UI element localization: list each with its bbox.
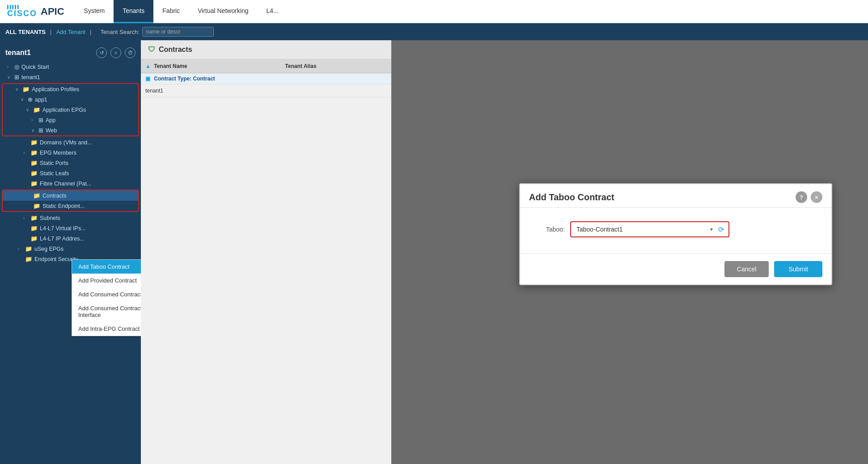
sidebar-item-label: app1 — [35, 97, 47, 103]
tenant-reset-icon[interactable]: ↺ — [96, 47, 107, 58]
taboo-input-group: ▾ ⟳ — [570, 221, 729, 237]
taboo-refresh-icon[interactable]: ⟳ — [716, 225, 727, 234]
app-epgs-folder-icon: 📁 — [33, 106, 40, 113]
arrow-icon: ∨ — [21, 97, 26, 102]
sidebar-item-app-profiles[interactable]: ∨ 📁 Application Profiles — [3, 84, 138, 94]
col-tenant-name[interactable]: ▲ Tenant Name — [141, 59, 281, 73]
sidebar-item-static-leafs[interactable]: 📁 Static Leafs — [0, 168, 141, 178]
useg-folder-icon: 📁 — [25, 245, 32, 252]
quick-start-icon: ◎ — [14, 63, 19, 70]
separator-2: | — [90, 29, 91, 35]
dialog-header: Add Taboo Contract ? × — [520, 184, 831, 208]
cisco-logo: ▌▌▌▌▌ cisco — [7, 5, 37, 18]
sidebar-item-epg-members[interactable]: › 📁 EPG Members — [0, 148, 141, 158]
dialog-close-button[interactable]: × — [811, 191, 822, 203]
arrow-icon: ∨ — [15, 87, 21, 92]
sidebar-item-label: L4-L7 IP Addres... — [40, 236, 85, 242]
contracts-folder-icon: 📁 — [33, 192, 40, 199]
sidebar-item-label: Application Profiles — [32, 86, 79, 93]
sidebar-item-l4-ip[interactable]: 📁 L4-L7 IP Addres... — [0, 233, 141, 244]
context-menu-item-add-intra-epg-contract[interactable]: Add Intra-EPG Contract — [72, 322, 141, 336]
tenant-bar: ALL TENANTS | Add Tenant | Tenant Search… — [0, 23, 868, 40]
sidebar-item-label: App — [46, 117, 55, 123]
arrow-icon: ∨ — [7, 75, 13, 80]
sidebar-item-label: Quick Start — [21, 64, 49, 70]
tenant-list-icon[interactable]: ≡ — [110, 47, 121, 58]
sidebar-item-label: Web — [46, 127, 57, 134]
dialog-footer: Cancel Submit — [520, 253, 831, 284]
sidebar-item-tenant1[interactable]: ∨ ⊞ tenant1 — [0, 72, 141, 82]
sidebar-item-label: Subnets — [40, 215, 60, 221]
sidebar-item-label: Static Endpoint... — [42, 203, 85, 209]
arrow-icon: › — [23, 215, 29, 220]
taboo-label: Taboo: — [534, 226, 565, 233]
sort-arrow-icon: ▲ — [145, 63, 151, 69]
tenant-search-input[interactable] — [142, 27, 214, 37]
add-tenant-link[interactable]: Add Tenant — [56, 29, 85, 35]
sidebar-item-subnets[interactable]: › 📁 Subnets — [0, 213, 141, 223]
center-panel-title: Contracts — [159, 46, 192, 54]
tenant-clock-icon[interactable]: ⏱ — [125, 47, 135, 58]
contracts-group: 📁 Contracts 📁 Static Endpoint... — [2, 190, 139, 212]
app1-icon: ⊕ — [28, 96, 33, 103]
tab-fabric[interactable]: Fabric — [153, 0, 189, 23]
context-menu-item-add-consumed-contract-interface[interactable]: Add Consumed Contract Interface — [72, 301, 141, 322]
sidebar-item-static-endpoint[interactable]: 📁 Static Endpoint... — [3, 201, 138, 211]
cancel-button[interactable]: Cancel — [724, 261, 769, 277]
arrow-icon: › — [18, 246, 23, 251]
taboo-input[interactable] — [573, 223, 707, 236]
epg-members-folder-icon: 📁 — [30, 149, 38, 156]
sidebar-item-quick-start[interactable]: › ◎ Quick Start — [0, 62, 141, 72]
shield-icon: 🛡 — [148, 46, 155, 54]
arrow-icon: › — [31, 118, 37, 122]
context-menu-item-add-consumed-contract[interactable]: Add Consumed Contract — [72, 287, 141, 301]
main-content: tenant1 ↺ ≡ ⏱ › ◎ Quick Start ∨ ⊞ tenant… — [0, 40, 868, 464]
app-title: APIC — [41, 6, 64, 17]
sidebar-item-label: EPG Members — [40, 150, 76, 156]
logo-area: ▌▌▌▌▌ cisco APIC — [7, 5, 64, 18]
tab-tenants[interactable]: Tenants — [114, 0, 153, 23]
sidebar-item-app-epg[interactable]: › ⊞ App — [3, 115, 138, 125]
right-area: ➜ Add Taboo Contract ? × Taboo: ▾ ⟳ — [391, 40, 868, 464]
center-panel: 🛡 Contracts ▲ Tenant Name Tenant Alias — [141, 40, 391, 464]
sidebar-item-fibre-channel[interactable]: 📁 Fibre Channel (Pat... — [0, 178, 141, 189]
context-menu-item-add-taboo-contract[interactable]: Add Taboo Contract — [72, 260, 141, 274]
arrow-icon: › — [7, 64, 13, 69]
sidebar-item-label: Fibre Channel (Pat... — [40, 181, 91, 187]
sidebar-item-app1[interactable]: ∨ ⊕ app1 — [3, 94, 138, 105]
center-panel-header: 🛡 Contracts — [141, 40, 391, 59]
sidebar-item-static-ports[interactable]: 📁 Static Ports — [0, 158, 141, 168]
tenant-search-label: Tenant Search: — [100, 29, 139, 35]
top-bar: ▌▌▌▌▌ cisco APIC System Tenants Fabric V… — [0, 0, 868, 23]
table-header-row: ▲ Tenant Name Tenant Alias — [141, 59, 391, 73]
col-tenant-alias[interactable]: Tenant Alias — [281, 59, 391, 73]
sidebar-item-label: Domains (VMs and... — [40, 139, 92, 146]
subnets-folder-icon: 📁 — [30, 215, 38, 221]
cisco-bars-icon: ▌▌▌▌▌ — [7, 5, 20, 9]
sidebar-item-contracts[interactable]: 📁 Contracts — [3, 190, 138, 201]
sidebar-item-web-epg[interactable]: ∨ ⊞ Web — [3, 125, 138, 135]
sidebar-item-label: Application EPGs — [42, 107, 86, 113]
tab-l4[interactable]: L4... — [258, 0, 288, 23]
sidebar-item-app-epgs[interactable]: ∨ 📁 Application EPGs — [3, 105, 138, 115]
tab-system[interactable]: System — [75, 0, 114, 23]
sidebar-tenant-header: tenant1 ↺ ≡ ⏱ — [0, 44, 141, 62]
sidebar-item-label: uSeg EPGs — [34, 246, 64, 252]
tab-virtual-networking[interactable]: Virtual Networking — [189, 0, 257, 23]
dialog-help-button[interactable]: ? — [796, 191, 807, 203]
app-epg-icon: ⊞ — [38, 117, 43, 123]
l4-ip-folder-icon: 📁 — [30, 235, 38, 242]
sidebar-item-useg-epgs[interactable]: › 📁 uSeg EPGs — [0, 244, 141, 254]
cisco-name: cisco — [7, 9, 37, 18]
sidebar-item-label: tenant1 — [21, 74, 40, 80]
dialog-body: Taboo: ▾ ⟳ — [520, 208, 831, 253]
sidebar-item-l4-virtual[interactable]: 📁 L4-L7 Virtual IPs... — [0, 223, 141, 233]
sidebar: tenant1 ↺ ≡ ⏱ › ◎ Quick Start ∨ ⊞ tenant… — [0, 40, 141, 464]
sidebar-item-domains[interactable]: 📁 Domains (VMs and... — [0, 137, 141, 148]
context-menu-item-add-provided-contract[interactable]: Add Provided Contract — [72, 274, 141, 287]
submit-button[interactable]: Submit — [774, 261, 822, 277]
arrow-icon: ∨ — [31, 128, 37, 133]
all-tenants-label[interactable]: ALL TENANTS — [5, 29, 46, 35]
taboo-dropdown-arrow-icon[interactable]: ▾ — [707, 226, 716, 232]
table-row: tenant1 — [141, 84, 391, 97]
